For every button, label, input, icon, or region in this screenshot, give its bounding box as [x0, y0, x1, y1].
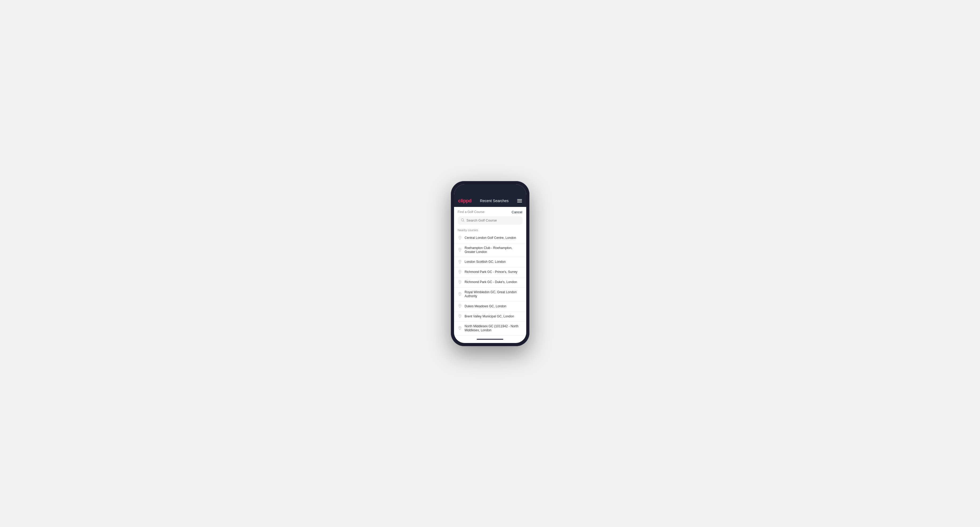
course-list-item[interactable]: Richmond Park GC - Prince's, Surrey — [454, 267, 526, 278]
top-nav: clippd Recent Searches — [454, 196, 526, 207]
search-input[interactable] — [466, 218, 519, 222]
course-list-item[interactable]: North Middlesex GC (1011942 - North Midd… — [454, 322, 526, 335]
course-list-item[interactable]: Royal Wimbledon GC, Great London Authori… — [454, 287, 526, 302]
location-pin-icon — [458, 260, 462, 264]
svg-point-3 — [459, 249, 460, 249]
course-list-item[interactable]: Dukes Meadows GC, London — [454, 302, 526, 311]
course-name: Roehampton Club - Roehampton, Greater Lo… — [465, 246, 522, 254]
svg-point-2 — [459, 237, 460, 238]
search-container — [454, 216, 526, 227]
course-name: London Scottish GC, London — [465, 260, 506, 264]
course-list-item[interactable]: Roehampton Club - Roehampton, Greater Lo… — [454, 243, 526, 257]
app-logo: clippd — [458, 198, 472, 204]
course-list-item[interactable]: Richmond Park GC - Duke's, London — [454, 278, 526, 287]
location-pin-icon — [458, 236, 462, 240]
svg-point-9 — [459, 315, 460, 316]
course-name: Richmond Park GC - Duke's, London — [465, 280, 517, 284]
svg-line-1 — [463, 221, 464, 222]
course-list-item[interactable]: London Scottish GC, London — [454, 257, 526, 267]
svg-point-10 — [459, 327, 460, 328]
location-pin-icon — [458, 326, 462, 331]
search-icon — [461, 218, 465, 222]
cancel-button[interactable]: Cancel — [512, 210, 522, 214]
home-indicator — [454, 335, 526, 343]
course-list-item[interactable]: Brent Valley Municipal GC, London — [454, 311, 526, 322]
course-list-item[interactable]: Central London Golf Centre, London — [454, 233, 526, 243]
courses-list: Central London Golf Centre, London Roeha… — [454, 233, 526, 335]
location-pin-icon — [458, 248, 462, 252]
svg-point-4 — [459, 261, 460, 262]
course-name: Central London Golf Centre, London — [465, 236, 516, 240]
course-name: Brent Valley Municipal GC, London — [465, 314, 514, 319]
phone-device: clippd Recent Searches Find a Golf Cours… — [451, 181, 530, 346]
svg-point-5 — [459, 271, 460, 271]
course-name: Richmond Park GC - Prince's, Surrey — [465, 270, 517, 274]
phone-screen: clippd Recent Searches Find a Golf Cours… — [454, 184, 526, 343]
svg-point-8 — [459, 305, 460, 306]
status-bar — [454, 184, 526, 196]
home-bar — [477, 339, 503, 340]
find-header: Find a Golf Course Cancel — [454, 207, 526, 216]
search-box — [458, 216, 522, 225]
location-pin-icon — [458, 304, 462, 309]
course-name: Dukes Meadows GC, London — [465, 305, 506, 309]
location-pin-icon — [458, 292, 462, 297]
menu-button[interactable] — [517, 199, 522, 202]
nearby-section-label: Nearby courses — [454, 227, 526, 233]
svg-point-6 — [459, 281, 460, 282]
content-area: Find a Golf Course Cancel Nearby courses — [454, 207, 526, 335]
location-pin-icon — [458, 314, 462, 319]
location-pin-icon — [458, 280, 462, 285]
course-name: North Middlesex GC (1011942 - North Midd… — [465, 324, 522, 333]
nav-title: Recent Searches — [480, 198, 508, 203]
svg-point-7 — [459, 293, 460, 294]
find-label: Find a Golf Course — [458, 210, 485, 214]
course-name: Royal Wimbledon GC, Great London Authori… — [465, 290, 522, 298]
location-pin-icon — [458, 270, 462, 275]
